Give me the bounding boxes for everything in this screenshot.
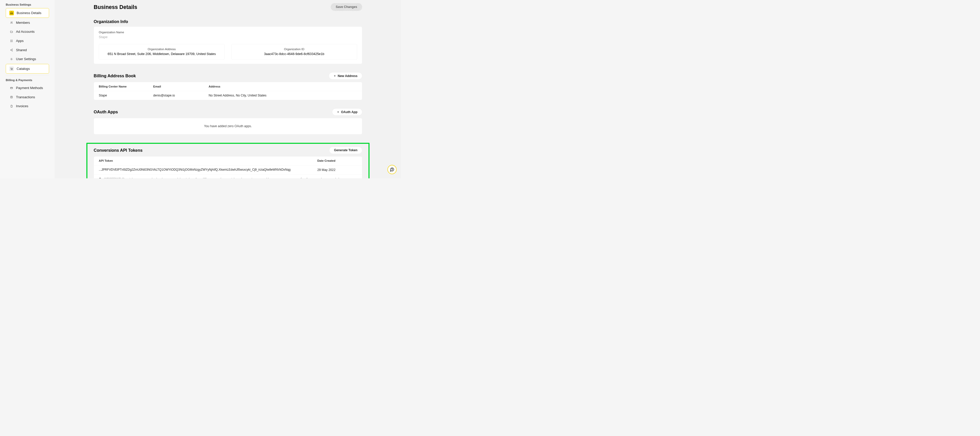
org-address-label: Organization Address: [102, 48, 221, 51]
cell-email: denis@stape.io: [153, 94, 209, 97]
org-id-box[interactable]: Organization ID 3aac473c-8dcc-4648-9de6-…: [231, 44, 357, 60]
sidebar-label: Apps: [16, 39, 24, 43]
svg-point-1: [12, 22, 12, 22]
sidebar-label: Shared: [16, 48, 27, 52]
sidebar-item-members[interactable]: Members: [6, 18, 49, 27]
page-header: Business Details Save Changes: [94, 3, 362, 11]
tokens-title: Conversions API Tokens: [94, 148, 142, 152]
svg-point-3: [11, 40, 12, 40]
svg-point-19: [99, 178, 101, 178]
help-button[interactable]: [387, 165, 397, 174]
svg-point-2: [11, 40, 11, 40]
svg-point-7: [12, 41, 13, 41]
generate-token-button[interactable]: Generate Token: [329, 147, 362, 154]
generate-token-label: Generate Token: [334, 149, 358, 152]
billing-header: Billing Address Book New Address: [94, 72, 362, 80]
gear-icon: [10, 57, 13, 61]
sidebar-label: Invoices: [16, 104, 29, 108]
sidebar-item-apps[interactable]: Apps: [6, 37, 49, 45]
token-warning: IMPORTANT! Store tokens on secure backen…: [94, 174, 362, 178]
svg-point-10: [12, 42, 13, 42]
org-address-box[interactable]: Organization Address 651 N Broad Street,…: [99, 44, 224, 60]
tokens-table-row[interactable]: ...JPRFVDVElPTn5lZDg2ZmU0Ni03NGVkLTQ1OWY…: [94, 165, 362, 174]
tokens-header: Conversions API Tokens Generate Token: [94, 147, 362, 154]
tokens-table-head: API Token Date Created: [94, 157, 362, 166]
org-name-label: Organization Name: [99, 31, 357, 34]
sidebar-label: Ad Accounts: [16, 30, 35, 34]
sidebar-section-billing: Billing & Payments: [0, 77, 55, 83]
page-title: Business Details: [94, 4, 137, 10]
sidebar-label: User Settings: [16, 57, 36, 61]
conversions-highlighted-section: Conversions API Tokens Generate Token AP…: [86, 143, 369, 178]
new-address-label: New Address: [337, 74, 357, 78]
org-info-header: Organization Info: [94, 19, 362, 24]
sidebar-item-ad-accounts[interactable]: Ad Accounts: [6, 28, 49, 36]
sidebar: Business Settings Business Details Membe…: [0, 0, 55, 178]
org-info-card: Organization Name Stape Organization Add…: [94, 26, 362, 64]
new-address-button[interactable]: New Address: [329, 72, 362, 80]
svg-point-13: [12, 50, 13, 51]
share-icon: [10, 48, 13, 52]
plus-icon: [334, 75, 336, 77]
info-icon: [99, 177, 101, 178]
sidebar-label: Members: [16, 21, 30, 25]
org-id-value: 3aac473c-8dcc-4648-9de6-8cf633425e1b: [235, 52, 354, 56]
col-date: Date Created: [317, 159, 357, 163]
col-token: API Token: [99, 159, 317, 163]
col-name: Billing Center Name: [99, 85, 153, 88]
sidebar-item-payment-methods[interactable]: Payment Methods: [6, 84, 49, 92]
org-info-title: Organization Info: [94, 19, 128, 24]
members-icon: [10, 21, 13, 25]
plus-icon: [337, 111, 339, 113]
sidebar-item-user-settings[interactable]: User Settings: [6, 55, 49, 63]
billing-table-head: Billing Center Name Email Address: [94, 82, 362, 91]
cell-name: Stape: [99, 94, 153, 97]
cell-date: 29 May 2022: [317, 168, 357, 172]
sidebar-label: Catalogs: [17, 67, 30, 70]
help-icon: [390, 167, 395, 172]
svg-rect-17: [11, 87, 13, 89]
org-id-label: Organization ID: [235, 48, 354, 51]
org-name-value: Stape: [99, 35, 357, 39]
svg-point-4: [12, 40, 13, 40]
svg-point-12: [11, 50, 11, 50]
billing-table-row[interactable]: Stape denis@stape.io No Street Address, …: [94, 91, 362, 100]
cell-token: ...JPRFVDVElPTn5lZDg2ZmU0Ni03NGVkLTQ1OWY…: [99, 168, 317, 172]
token-warning-text: IMPORTANT! Store tokens on secure backen…: [104, 177, 340, 178]
col-address: Address: [209, 85, 357, 88]
svg-point-0: [11, 22, 11, 22]
sidebar-item-catalogs[interactable]: Catalogs: [6, 64, 49, 74]
sidebar-item-shared[interactable]: Shared: [6, 46, 49, 54]
sidebar-label: Payment Methods: [16, 86, 43, 90]
sidebar-label: Business Details: [17, 11, 41, 15]
svg-point-8: [11, 42, 11, 42]
billing-table: Billing Center Name Email Address Stape …: [94, 82, 362, 100]
save-button[interactable]: Save Changes: [331, 3, 362, 11]
oauth-empty: You have added zero OAuth apps.: [94, 118, 362, 134]
oauth-header: OAuth Apps OAuth App: [94, 109, 362, 116]
main-content: Business Details Save Changes Organizati…: [55, 0, 401, 178]
svg-point-9: [11, 42, 12, 42]
svg-point-5: [11, 41, 11, 41]
new-oauth-button[interactable]: OAuth App: [332, 109, 362, 116]
new-oauth-label: OAuth App: [341, 110, 357, 114]
transactions-icon: [10, 95, 13, 99]
folder-icon: [10, 30, 13, 34]
sidebar-label: Transactions: [16, 95, 35, 99]
apps-grid-icon: [10, 39, 13, 43]
billing-title: Billing Address Book: [94, 73, 136, 78]
sidebar-item-transactions[interactable]: Transactions: [6, 93, 49, 101]
cart-icon: [9, 67, 14, 71]
svg-point-11: [12, 49, 13, 50]
svg-point-14: [11, 59, 12, 59]
col-email: Email: [153, 85, 209, 88]
cell-address: No Street Address, No City, United State…: [209, 94, 357, 97]
svg-point-6: [11, 41, 12, 41]
invoice-icon: [10, 104, 13, 108]
tokens-table: API Token Date Created ...JPRFVDVElPTn5l…: [94, 157, 362, 178]
org-address-value: 651 N Broad Street, Suite 206, Middletow…: [102, 52, 221, 56]
sidebar-item-business-details[interactable]: Business Details: [6, 8, 49, 18]
card-icon: [10, 86, 13, 90]
sidebar-item-invoices[interactable]: Invoices: [6, 102, 49, 110]
oauth-title: OAuth Apps: [94, 110, 118, 114]
